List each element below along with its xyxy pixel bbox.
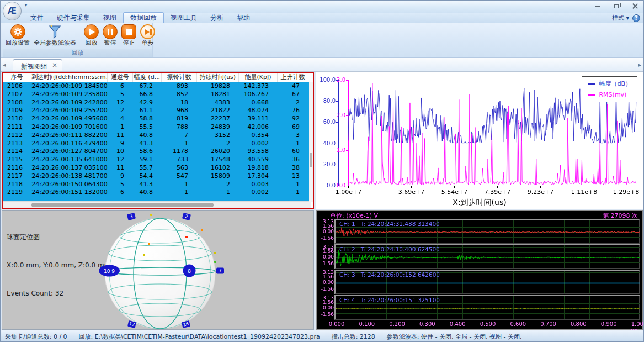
cell-5: 21822	[197, 107, 239, 115]
cell-1: 24:20:26:00:138 481700	[31, 172, 108, 181]
status-item-0: 采集卡/通道总数: 0 / 0	[5, 333, 67, 341]
legend-item-1: RMS(mv)	[588, 91, 631, 98]
cell-0: 2107	[3, 91, 31, 99]
ribbon-button-label: 停止	[123, 40, 135, 46]
table-row[interactable]: 211624:20:26:00:137 0351001155.756316102…	[3, 164, 313, 172]
play-icon	[84, 24, 99, 39]
cell-4: 1178	[162, 148, 197, 156]
ribbon-button-label: 全局参数滤波器	[34, 40, 76, 46]
cell-5: 26020	[197, 148, 239, 156]
column-header-5[interactable]: 持续时间(us)	[197, 73, 239, 82]
cell-3: 67.2	[133, 82, 162, 91]
cell-0: 2113	[3, 140, 31, 148]
column-header-2[interactable]: 通道号	[108, 73, 133, 82]
column-header-7[interactable]: 上升计数	[278, 73, 308, 82]
app-button[interactable]: Æ	[3, 2, 22, 20]
y-tick-label: -1.56	[318, 287, 334, 292]
style-dropdown[interactable]: 样式 ▾	[612, 14, 629, 22]
cell-1: 24:20:26:00:109 235800	[31, 91, 108, 99]
ribbon-button-pause[interactable]: 暂停	[101, 24, 119, 47]
cell-5: 4383	[197, 99, 239, 107]
y-tick-label: 1.56	[318, 249, 334, 254]
tab-scroll-right-icon[interactable]: ▸	[638, 61, 641, 69]
menu-tab-2[interactable]: 视图	[97, 13, 123, 23]
cell-4: 852	[162, 91, 197, 99]
sensor-marker-7: 7	[216, 268, 224, 274]
waveform-header: 单位: (x10e-1) V 第 27098 次	[317, 211, 642, 219]
ribbon-button-step[interactable]: 单步	[139, 24, 157, 47]
event-dot-6	[214, 261, 216, 263]
quick-access-dropdown-icon[interactable]: ▾	[25, 3, 27, 8]
waveform-strip-ch1: 3.131.560.00-1.56CH: 1 T: 24:20:24:31.48…	[334, 219, 640, 244]
minimize-icon	[595, 6, 600, 7]
table-row[interactable]: 211924:20:26:00:151 132000640.8110.0021	[3, 188, 313, 197]
table-row[interactable]: 211324:20:26:00:116 479400941.3120.0021	[3, 140, 313, 148]
cell-4: 788	[162, 123, 197, 131]
table-row[interactable]: 211224:20:26:00:111 8822001140.8731520.3…	[3, 131, 313, 140]
menu-tab-5[interactable]: 分析	[204, 13, 230, 23]
menu-tab-1[interactable]: 硬件与采集	[50, 13, 97, 23]
ribbon-button-playback-settings[interactable]: 回放设置	[4, 24, 31, 47]
menu-tab-6[interactable]: 帮助	[230, 13, 257, 23]
hits-table-panel: 序号到达时间(dd:hh:mm:ss:m...通道号幅度 (d...振铃计数持续…	[2, 72, 314, 209]
column-header-1[interactable]: 到达时间(dd:hh:mm:ss:m...	[31, 73, 108, 82]
cell-5: 24839	[197, 123, 239, 131]
menu-tab-3[interactable]: 数据回放	[123, 12, 164, 23]
table-body: 210624:20:26:00:109 184500667.2893198281…	[3, 82, 313, 202]
column-header-0[interactable]: 序号	[3, 73, 31, 82]
table-vertical-scrollbar[interactable]	[309, 82, 313, 202]
tab-scroll-left-icon[interactable]: ◂	[3, 61, 6, 69]
restore-button[interactable]	[611, 2, 621, 10]
table-row[interactable]: 210924:20:26:00:109 255200261.1968218224…	[3, 107, 313, 115]
cell-7: 3	[278, 131, 308, 140]
view-tab-close-icon[interactable]: ×	[52, 62, 57, 71]
column-header-3[interactable]: 幅度 (d...	[133, 73, 162, 82]
cell-4: 819	[162, 115, 197, 123]
view-tab-active[interactable]: 新视图组 ×	[13, 59, 62, 71]
y-tick-label: -1.56	[318, 261, 334, 266]
cell-7: 92	[278, 115, 308, 123]
column-header-6[interactable]: 能量(KpJ)	[239, 73, 278, 82]
table-row[interactable]: 211124:20:26:00:109 701600155.5788248394…	[3, 123, 313, 131]
hscroll-thumb[interactable]	[31, 203, 214, 207]
cell-2: 5	[108, 181, 133, 189]
help-button[interactable]: ?	[632, 14, 640, 22]
column-header-4[interactable]: 振铃计数	[162, 73, 197, 82]
cell-7: 1	[278, 140, 308, 148]
cell-5: 22237	[197, 115, 239, 123]
menu-tab-0[interactable]: 文件	[24, 13, 50, 23]
waveform-strip-ch3: 3.131.560.00-1.56CH: 3 T: 24:20:26:00:15…	[334, 270, 640, 294]
cell-2: 9	[108, 172, 133, 181]
y-tick-label: -1.56	[318, 312, 334, 317]
cell-3: 41.3	[133, 140, 162, 148]
cell-2: 2	[108, 107, 133, 115]
app-logo: Æ	[8, 6, 17, 16]
cell-5: 17548	[197, 156, 239, 164]
table-row[interactable]: 211824:20:26:00:150 064300541.3120.0031	[3, 181, 313, 189]
cell-4: 968	[162, 107, 197, 115]
table-row[interactable]: 211524:20:26:00:135 6410001259.173317548…	[3, 156, 313, 164]
cell-1: 24:20:26:00:150 064300	[31, 181, 108, 189]
cell-1: 24:20:26:00:151 132000	[31, 188, 108, 197]
table-row[interactable]: 211424:20:26:00:127 8047001058.611782602…	[3, 148, 313, 156]
cell-6: 0.003	[239, 181, 278, 189]
close-button[interactable]	[630, 2, 640, 10]
cell-6: 42.006	[239, 123, 278, 131]
menu-tab-4[interactable]: 视图工具	[164, 13, 204, 23]
table-row[interactable]: 210724:20:26:00:109 235800566.8852182811…	[3, 91, 313, 99]
table-row[interactable]: 211724:20:26:00:138 481700954.4547158091…	[3, 172, 313, 181]
table-row[interactable]: 210624:20:26:00:109 184500667.2893198281…	[3, 82, 313, 91]
ribbon-button-global-param-filter[interactable]: 全局参数滤波器	[32, 24, 78, 47]
table-row[interactable]: 211024:20:26:00:109 495600458.8819222373…	[3, 115, 313, 123]
table-horizontal-scrollbar[interactable]	[3, 201, 311, 208]
cell-7: 76	[278, 107, 308, 115]
ribbon-button-play[interactable]: 回放	[82, 24, 100, 47]
cell-7: 1	[278, 188, 308, 197]
cell-3: 58.6	[133, 148, 162, 156]
cell-6: 40.559	[239, 156, 278, 164]
cell-7: 60	[278, 148, 308, 156]
ribbon-button-stop[interactable]: 停止	[120, 24, 138, 47]
minimize-button[interactable]	[593, 2, 603, 10]
table-row[interactable]: 210824:20:26:00:109 2428001242.91843830.…	[3, 99, 313, 107]
vscroll-thumb[interactable]	[310, 153, 312, 167]
